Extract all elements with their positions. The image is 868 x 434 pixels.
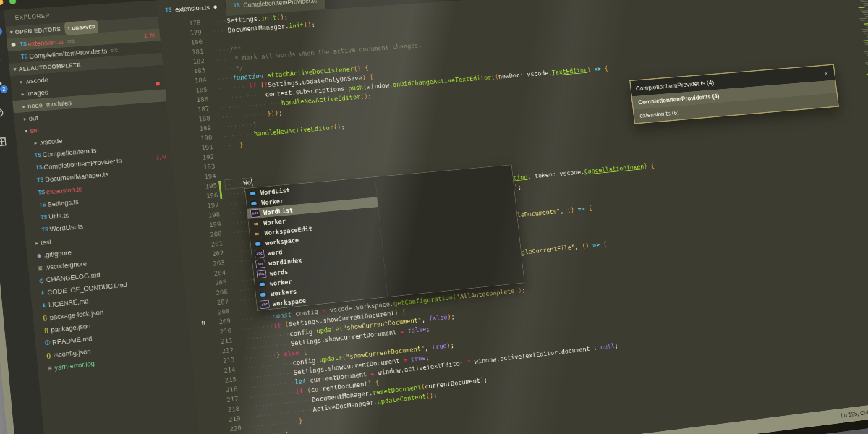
json-file-icon: {} (43, 352, 54, 359)
suggest-item-label: word (267, 247, 282, 256)
tree-item-label: .vscode (25, 75, 48, 85)
tree-item-label: node_modules (27, 98, 72, 109)
suggest-kind-class-icon (251, 219, 260, 227)
suggest-kind-module-icon (258, 290, 268, 298)
minimap-line (864, 4, 868, 6)
down-file-icon: ⬇ (39, 302, 49, 308)
activity-badge: 1 (0, 27, 3, 35)
suggest-kind-abc-icon (250, 209, 260, 218)
suggest-kind-abc-icon (255, 260, 265, 268)
ts-file-icon: TS (165, 7, 172, 12)
ts-file-icon: TS (20, 53, 30, 59)
file-path-label: src (67, 38, 75, 44)
suggest-item-label: Worker (261, 197, 284, 206)
twisty-icon: ▸ (19, 90, 27, 97)
minimap-line (863, 12, 868, 14)
suggest-item-label: words (269, 268, 289, 277)
minimap-line (864, 51, 868, 52)
problems-badge: 1, M (144, 32, 156, 38)
modified-dot-icon: ● (213, 4, 218, 9)
suggest-kind-abc-icon (260, 300, 270, 310)
twisty-icon: ▸ (33, 239, 41, 246)
suggest-kind-module-icon (258, 280, 267, 288)
suggest-item-label: workspace (273, 297, 307, 307)
tab-label: extension.ts (175, 3, 210, 13)
ts-file-icon: TS (38, 201, 48, 208)
modified-gutter-bar (218, 181, 221, 190)
source-control-icon[interactable]: ⊶2 (0, 75, 5, 92)
twisty-icon: ▾ (22, 128, 30, 135)
tree-item-label: extension.ts (46, 184, 82, 195)
minimap-line (861, 20, 865, 21)
tree-item-label: WordList.ts (49, 222, 83, 233)
down-file-icon: ⬇ (38, 289, 48, 296)
suggest-item-label: worker (269, 277, 292, 287)
file-name-label: extension.ts (27, 38, 64, 48)
minimap-line (866, 15, 868, 17)
mockup-stage: extension.ts ❏1⊶2⊘⊞ EXPLORER ▾ OPEN EDIT… (0, 0, 868, 434)
tree-item-label: .vscode (39, 137, 63, 146)
ts-file-icon: TS (34, 164, 44, 171)
suggest-kind-abc-icon (255, 250, 265, 258)
editor-area[interactable]: TSextension.ts●TSCompletionItemProvider.… (156, 0, 868, 434)
ts-file-icon: TS (33, 152, 43, 158)
tree-item-label: .gitignore (43, 248, 72, 258)
minimap-line (859, 17, 867, 19)
ts-file-icon: TS (37, 189, 47, 195)
gutter-marker: U (201, 318, 205, 328)
git-file-icon: ◈ (34, 252, 44, 258)
minimap-line (861, 0, 868, 2)
status-item[interactable]: Ln 195, Col 7 (841, 409, 868, 420)
json-file-icon: {} (41, 327, 51, 333)
json-file-icon: {} (40, 315, 50, 321)
suggest-kind-abc-icon (257, 270, 267, 279)
extensions-icon[interactable]: ⊞ (0, 133, 10, 150)
list-file-icon: ≣ (35, 264, 46, 271)
tree-item-label: Utils.ts (48, 211, 69, 221)
minimap-line (864, 42, 868, 43)
git-modified-dot-icon (156, 82, 160, 86)
close-icon[interactable]: × (822, 69, 830, 77)
minimap-line (863, 2, 868, 4)
tree-item-label: Settings.ts (47, 197, 79, 208)
unsaved-badge: 1 UNSAVED (64, 20, 99, 35)
minimap-line (862, 40, 868, 41)
activity-badge: 2 (0, 85, 8, 93)
tab-label: CompletionItemProvider.ts (243, 0, 318, 9)
vscode-window: extension.ts ❏1⊶2⊘⊞ EXPLORER ▾ OPEN EDIT… (0, 0, 868, 434)
suggest-kind-module-icon (253, 239, 263, 247)
modified-gutter-bar (219, 190, 222, 199)
minimap-line (865, 53, 868, 54)
suggest-item-label: Worker (263, 217, 286, 226)
tree-item-label: src (30, 126, 39, 135)
minimap-line (865, 61, 868, 63)
debug-icon[interactable]: ⊘ (0, 104, 7, 121)
chevron-down-icon: ▾ (9, 26, 14, 38)
info-file-icon: ⓘ (43, 339, 53, 346)
suggest-kind-class-icon (252, 229, 262, 237)
list-file-icon: ≣ (45, 365, 55, 371)
text-cursor (251, 179, 252, 187)
twisty-icon: ▸ (17, 78, 25, 85)
minimap-line (865, 24, 868, 26)
problems-badge: 1, M (156, 153, 167, 161)
ts-file-icon: TS (40, 226, 50, 233)
file-path-label: src (110, 47, 118, 54)
ts-file-icon: TS (234, 2, 240, 8)
minimap-line (864, 22, 868, 25)
ts-file-icon: TS (18, 41, 28, 47)
suggest-kind-module-icon (248, 190, 258, 197)
minimap-line (864, 13, 868, 15)
search-icon[interactable] (0, 46, 2, 63)
clock-file-icon: ◷ (37, 277, 47, 284)
minimap-line (862, 30, 868, 32)
suggest-docs-pane (375, 165, 524, 297)
ts-file-icon: TS (39, 213, 49, 220)
modified-dot-icon (11, 43, 15, 47)
tree-item-label: yarn-error.log (54, 359, 95, 372)
ts-file-icon: TS (35, 176, 46, 183)
tree-item-label: test (41, 237, 52, 246)
chevron-down-icon: ▾ (13, 63, 17, 75)
tree-item-label: out (28, 114, 38, 122)
tree-item-label: images (26, 88, 48, 98)
